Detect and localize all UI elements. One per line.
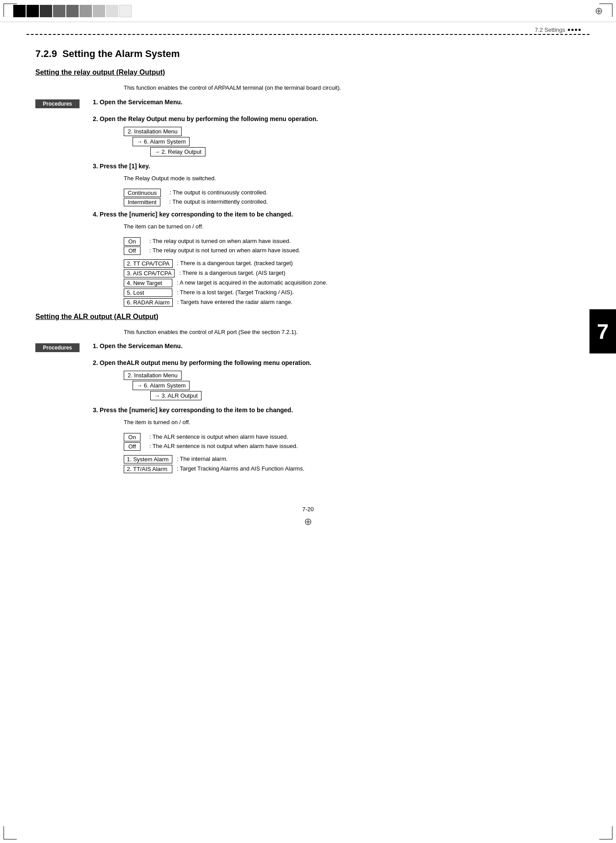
relay-step4-desc: The item can be turned on / off. bbox=[124, 222, 581, 231]
relay-step3-text: 3. Press the [1] key. bbox=[93, 163, 581, 170]
relay-off-label: Off bbox=[124, 247, 141, 255]
relay-procedures-step1: Procedures 1. Open the Serviceman Menu. bbox=[35, 99, 581, 109]
section-title: 7.2.9 Setting the Alarm System bbox=[35, 48, 581, 60]
main-content: 7.2.9 Setting the Alarm System Setting t… bbox=[0, 35, 616, 497]
sq9 bbox=[119, 5, 132, 17]
alr-off-label: Off bbox=[124, 442, 141, 451]
alr-menu-bot-row: → 3. ALR Output bbox=[150, 391, 581, 400]
alr-on-desc: : The ALR sentence is output when alarm … bbox=[149, 433, 288, 441]
alr-onoff-table: On : The ALR sentence is output when ala… bbox=[124, 433, 581, 451]
alr-subtitle: Setting the ALR output (ALR Output) bbox=[35, 313, 581, 321]
alr-item-row: 1. System Alarm: The internal alarm. bbox=[124, 455, 581, 463]
corner-tl bbox=[4, 4, 17, 17]
alr-procedures-step1: Procedures 1. Open the Serviceman Menu. bbox=[35, 342, 581, 353]
relay-item-label: 2. TT CPA/TCPA bbox=[124, 259, 173, 268]
relay-off-desc: : The relay output is not turned on when… bbox=[149, 247, 300, 254]
page-footer: 7-20 ⊕ bbox=[0, 506, 616, 536]
relay-item-desc: : Targets have entered the radar alarm r… bbox=[177, 298, 293, 306]
relay-continuous-label: Continuous bbox=[124, 189, 161, 197]
corner-tr bbox=[599, 4, 612, 17]
relay-item-row: 5. Lost: There is a lost target. (Target… bbox=[124, 289, 581, 297]
procedures-badge-relay: Procedures bbox=[35, 99, 80, 108]
relay-step3-desc: The Relay Output mode is switched. bbox=[124, 174, 581, 183]
alr-step1-content: 1. Open the Serviceman Menu. bbox=[93, 342, 581, 353]
chapter-tab: 7 bbox=[589, 309, 616, 353]
sq5 bbox=[66, 5, 79, 17]
alr-step3-desc: The item is turned on / off. bbox=[124, 418, 581, 427]
relay-step2-row: 2. Open the Relay Output menu by perform… bbox=[93, 115, 581, 122]
relay-item-list: 2. TT CPA/TCPA: There is a dangerous tar… bbox=[124, 259, 581, 307]
relay-step3-row: 3. Press the [1] key. bbox=[93, 163, 581, 170]
relay-intermittent-desc: : The output is intermittently controlle… bbox=[169, 198, 268, 206]
relay-menu-bot-row: → 2. Relay Output bbox=[150, 147, 581, 156]
header-bar: ⊕ bbox=[0, 0, 616, 22]
relay-item-row: 6. RADAR Alarm: Targets have entered the… bbox=[124, 298, 581, 307]
alr-menu-mid-row: → 6. Alarm System bbox=[133, 381, 581, 390]
relay-continuous-desc: : The output is continuously controlled. bbox=[170, 189, 268, 197]
alr-step3-text: 3. Press the [numeric] key corresponding… bbox=[93, 406, 581, 414]
alr-item-row: 2. TT/AIS Alarm: Target Tracking Alarms … bbox=[124, 465, 581, 473]
relay-item-desc: : There is a dangerous target. (AIS targ… bbox=[179, 269, 285, 277]
alr-off-desc: : The ALR sentence is not output when al… bbox=[149, 442, 298, 450]
alr-menu-mid: → 6. Alarm System bbox=[133, 381, 190, 390]
relay-item-label: 5. Lost bbox=[124, 289, 172, 297]
alr-item-label: 1. System Alarm bbox=[124, 455, 172, 463]
sq2 bbox=[27, 5, 39, 17]
relay-item-row: 4. New Target: A new target is acquired … bbox=[124, 279, 581, 287]
alr-item-desc: : The internal alarm. bbox=[177, 455, 228, 463]
sq8 bbox=[106, 5, 118, 17]
corner-bl bbox=[4, 826, 17, 839]
alr-intro: This function enables the control of ALR… bbox=[124, 328, 581, 337]
relay-item-label: 3. AIS CPA/TCPA bbox=[124, 269, 175, 277]
relay-menu-chain: 2. Installation Menu → 6. Alarm System →… bbox=[124, 127, 581, 156]
alr-menu-chain: 2. Installation Menu → 6. Alarm System →… bbox=[124, 371, 581, 400]
alr-on-label: On bbox=[124, 433, 141, 441]
relay-on-row: On : The relay output is turned on when … bbox=[124, 237, 581, 246]
relay-menu-mid-row: → 6. Alarm System bbox=[133, 137, 581, 146]
relay-step4-text: 4. Press the [numeric] key corresponding… bbox=[93, 211, 581, 218]
header-dots bbox=[568, 29, 581, 31]
relay-item-label: 4. New Target bbox=[124, 279, 172, 287]
relay-intermittent-row: Intermittent : The output is intermitten… bbox=[124, 198, 581, 206]
page-header: 7.2 Settings bbox=[0, 22, 616, 33]
sq6 bbox=[80, 5, 92, 17]
relay-intermittent-label: Intermittent bbox=[124, 198, 160, 206]
relay-menu-mid: → 6. Alarm System bbox=[133, 137, 190, 146]
relay-mode-table: Continuous : The output is continuously … bbox=[124, 189, 581, 206]
footer-crosshair: ⊕ bbox=[0, 516, 616, 528]
header-squares bbox=[13, 5, 132, 17]
relay-item-desc: : A new target is acquired in the automa… bbox=[177, 279, 327, 287]
relay-step1-text: 1. Open the Serviceman Menu. bbox=[93, 99, 581, 106]
relay-step1-content: 1. Open the Serviceman Menu. bbox=[93, 99, 581, 109]
relay-item-label: 6. RADAR Alarm bbox=[124, 298, 173, 307]
relay-off-row: Off : The relay output is not turned on … bbox=[124, 247, 581, 255]
page-ref: 7.2 Settings bbox=[535, 27, 565, 33]
relay-on-desc: : The relay output is turned on when ala… bbox=[149, 237, 291, 245]
relay-item-row: 3. AIS CPA/TCPA: There is a dangerous ta… bbox=[124, 269, 581, 277]
corner-br bbox=[599, 826, 612, 839]
relay-step4-row: 4. Press the [numeric] key corresponding… bbox=[93, 211, 581, 218]
sq4 bbox=[53, 5, 65, 17]
page-number: 7-20 bbox=[302, 506, 314, 513]
relay-menu-top-row: 2. Installation Menu bbox=[124, 127, 581, 136]
alr-step1-text: 1. Open the Serviceman Menu. bbox=[93, 342, 581, 349]
alr-step3-row: 3. Press the [numeric] key corresponding… bbox=[93, 406, 581, 414]
relay-menu-bot: → 2. Relay Output bbox=[150, 147, 205, 156]
relay-item-desc: : There is a lost target. (Target Tracki… bbox=[177, 289, 294, 296]
alr-item-list: 1. System Alarm: The internal alarm.2. T… bbox=[124, 455, 581, 473]
relay-item-row: 2. TT CPA/TCPA: There is a dangerous tar… bbox=[124, 259, 581, 268]
alr-item-desc: : Target Tracking Alarms and AIS Functio… bbox=[177, 465, 304, 473]
alr-on-row: On : The ALR sentence is output when ala… bbox=[124, 433, 581, 441]
relay-item-desc: : There is a dangerous target. (tracked … bbox=[177, 259, 293, 267]
relay-menu-top: 2. Installation Menu bbox=[124, 127, 182, 136]
alr-step2-row: 2. Open theALR output menu by performing… bbox=[93, 359, 581, 366]
relay-step2-text: 2. Open the Relay Output menu by perform… bbox=[93, 115, 581, 122]
relay-intro: This function enables the control of ARP… bbox=[124, 84, 581, 92]
alr-menu-top-row: 2. Installation Menu bbox=[124, 371, 581, 380]
relay-onoff-table: On : The relay output is turned on when … bbox=[124, 237, 581, 255]
alr-step2-text: 2. Open theALR output menu by performing… bbox=[93, 359, 581, 366]
procedures-badge-alr: Procedures bbox=[35, 343, 80, 352]
relay-on-label: On bbox=[124, 237, 141, 246]
sq3 bbox=[40, 5, 52, 17]
alr-off-row: Off : The ALR sentence is not output whe… bbox=[124, 442, 581, 451]
